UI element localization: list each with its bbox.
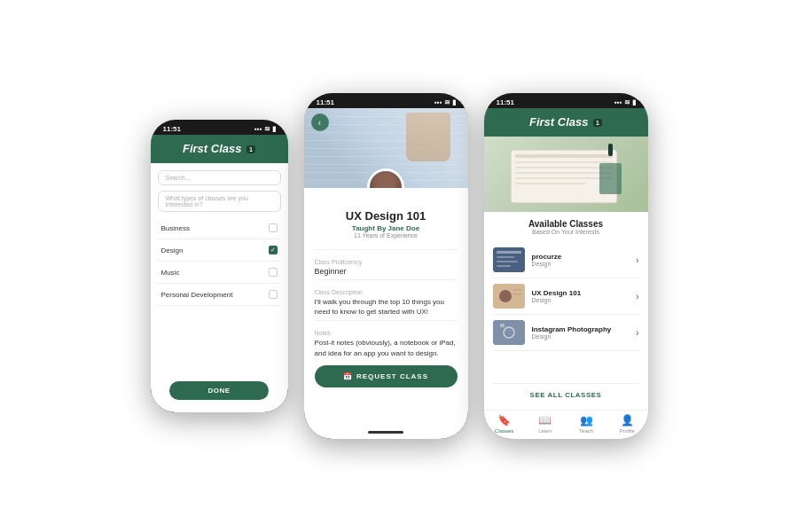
category-item-design[interactable]: Design ✓ [158, 239, 281, 262]
category-label-business: Business [161, 224, 190, 232]
status-time-center: 11:51 [317, 98, 334, 106]
class-info-ux: UX Design 101 Design [532, 289, 630, 303]
class-name-procurze: procurze [532, 253, 630, 261]
svg-rect-17 [512, 293, 521, 295]
thumb-procurze-svg [493, 247, 525, 272]
thumb-procurze [493, 247, 525, 272]
category-label-personal: Personal Development [161, 291, 233, 299]
thumb-insta [493, 320, 525, 345]
chevron-procurze: › [636, 255, 638, 265]
screen-left: First Class 1 Search... What types of cl… [151, 135, 288, 412]
description-value: I'll walk you through the top 10 things … [315, 297, 458, 317]
phone-right: 11:51 ▪▪▪ ≋ ▮ First Class 1 [484, 93, 648, 439]
search-box[interactable]: Search... [158, 170, 281, 185]
app-badge-right: 1 [593, 119, 602, 127]
app-title-left: First Class 1 [183, 142, 255, 155]
class-cat-insta: Design [532, 333, 630, 340]
phone-left: 11:51 ▪▪▪ ≋ ▮ First Class 1 Search... Wh… [151, 120, 288, 412]
calendar-icon: 📅 [343, 372, 353, 380]
class-item-insta[interactable]: Instagram Photography Design › [493, 315, 639, 351]
wifi-icon-r: ≋ [624, 98, 630, 106]
svg-rect-20 [500, 324, 505, 327]
svg-rect-6 [515, 183, 586, 184]
classes-icon: 🔖 [497, 414, 511, 426]
nav-item-teach[interactable]: 👥 Teach [566, 414, 606, 434]
checkbox-personal[interactable] [269, 290, 278, 299]
scene: 11:51 ▪▪▪ ≋ ▮ First Class 1 Search... Wh… [0, 0, 798, 532]
category-item-business[interactable]: Business [158, 217, 281, 239]
status-icons-right: ▪▪▪ ≋ ▮ [614, 98, 636, 106]
category-label-music: Music [161, 269, 180, 277]
svg-rect-5 [515, 177, 613, 179]
svg-rect-10 [497, 251, 521, 254]
app-badge-left: 1 [246, 145, 255, 153]
svg-rect-3 [515, 167, 613, 168]
thumb-ux [493, 284, 525, 309]
divider-3 [315, 320, 458, 321]
wifi-icon-c: ≋ [444, 98, 450, 106]
checkbox-music[interactable] [269, 268, 278, 277]
hero-hand [406, 113, 450, 161]
svg-rect-7 [599, 163, 622, 194]
notch-right [544, 93, 588, 102]
left-content: Search... What types of classes are you … [151, 163, 288, 412]
proficiency-value: Beginner [315, 267, 458, 276]
planner-svg [484, 137, 648, 212]
svg-rect-16 [512, 289, 521, 291]
request-label: REQUEST CLASS [356, 372, 428, 380]
nav-item-classes[interactable]: 🔖 Classes [484, 414, 525, 434]
status-time-right: 11:51 [497, 98, 514, 106]
done-button[interactable]: DONE [169, 381, 268, 400]
category-item-personal[interactable]: Personal Development [158, 284, 281, 306]
thumb-ux-svg [493, 284, 525, 309]
back-button[interactable]: ‹ [311, 113, 329, 131]
battery-icon-r: ▮ [632, 98, 636, 106]
status-icons-center: ▪▪▪ ≋ ▮ [434, 98, 456, 106]
notes-label: Notes [315, 330, 458, 336]
nav-item-profile[interactable]: 👤 Profile [606, 414, 647, 434]
signal-icon: ▪▪▪ [254, 125, 262, 133]
thumb-insta-svg [493, 320, 525, 345]
teach-icon: 👥 [580, 414, 593, 426]
notes-value: Post-it notes (obviously), a notebook or… [315, 338, 458, 357]
request-button[interactable]: 📅 REQUEST CLASS [315, 365, 458, 387]
class-name-insta: Instagram Photography [532, 325, 630, 333]
nav-label-teach: Teach [579, 428, 593, 434]
svg-rect-8 [608, 144, 613, 156]
avatar-face [370, 171, 402, 188]
class-item-procurze[interactable]: procurze Design › [493, 242, 639, 278]
nav-label-learn: Learn [538, 428, 552, 434]
description-label: Class Description [315, 289, 458, 295]
taught-by: Taught By Jane Doe [315, 224, 458, 232]
proficiency-label: Class Proficiency [315, 259, 458, 265]
home-indicator-center [368, 431, 403, 434]
hero-image-center: ‹ [304, 108, 468, 188]
class-title: UX Design 101 [315, 209, 458, 223]
checkbox-business[interactable] [269, 223, 278, 232]
svg-rect-13 [497, 265, 511, 267]
chevron-insta: › [636, 328, 638, 338]
svg-rect-18 [493, 320, 525, 345]
nav-item-learn[interactable]: 📖 Learn [525, 414, 566, 434]
category-label-design: Design [161, 246, 184, 254]
svg-rect-1 [515, 154, 613, 158]
available-title: Available Classes [493, 219, 639, 229]
divider-1 [315, 249, 458, 250]
wifi-icon: ≋ [264, 125, 270, 133]
svg-rect-2 [515, 161, 613, 163]
hero-right-inner [484, 137, 648, 212]
divider-2 [315, 279, 458, 280]
class-info-procurze: procurze Design [532, 253, 630, 267]
interest-prompt[interactable]: What types of classes are you interested… [158, 191, 281, 212]
category-item-music[interactable]: Music [158, 262, 281, 284]
svg-rect-12 [497, 261, 518, 262]
signal-icon-r: ▪▪▪ [614, 98, 622, 106]
see-all-button[interactable]: SEE ALL CLASSES [493, 383, 639, 403]
class-name-ux: UX Design 101 [532, 289, 630, 297]
signal-icon-c: ▪▪▪ [434, 98, 442, 106]
checkbox-design[interactable]: ✓ [269, 246, 278, 254]
notch-left [197, 120, 241, 129]
class-item-ux[interactable]: UX Design 101 Design › [493, 278, 639, 315]
class-cat-procurze: Design [532, 261, 630, 267]
notch-center [364, 93, 408, 102]
